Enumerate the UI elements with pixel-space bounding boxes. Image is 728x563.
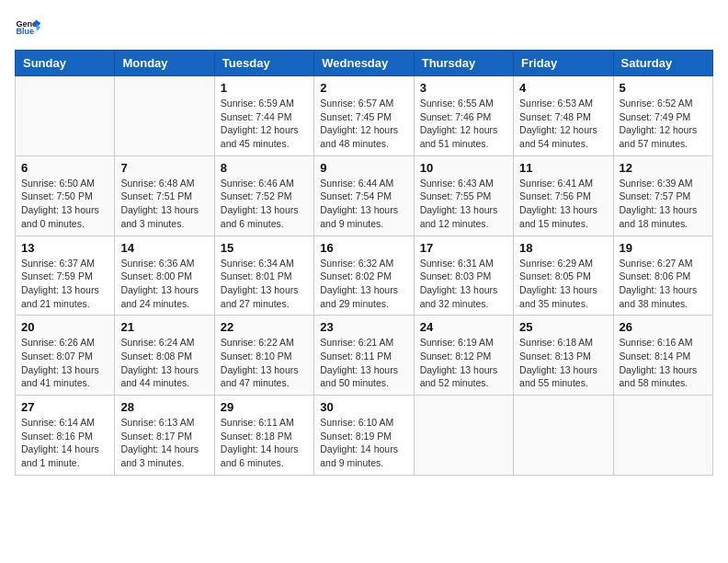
calendar-cell: 29Sunrise: 6:11 AMSunset: 8:18 PMDayligh… [214, 396, 313, 476]
day-info: Sunrise: 6:22 AMSunset: 8:10 PMDaylight:… [221, 336, 308, 390]
day-number: 18 [519, 241, 607, 255]
day-info: Sunrise: 6:10 AMSunset: 8:19 PMDaylight:… [320, 416, 407, 470]
calendar-cell: 18Sunrise: 6:29 AMSunset: 8:05 PMDayligh… [514, 236, 613, 316]
day-number: 27 [21, 400, 108, 414]
calendar-cell: 1Sunrise: 6:59 AMSunset: 7:44 PMDaylight… [214, 76, 313, 156]
calendar-cell: 17Sunrise: 6:31 AMSunset: 8:03 PMDayligh… [414, 236, 513, 316]
calendar-cell: 11Sunrise: 6:41 AMSunset: 7:56 PMDayligh… [514, 155, 613, 236]
day-info: Sunrise: 6:26 AMSunset: 8:07 PMDaylight:… [21, 336, 108, 390]
day-number: 19 [620, 241, 707, 255]
day-info: Sunrise: 6:16 AMSunset: 8:14 PMDaylight:… [620, 336, 707, 390]
calendar-cell: 19Sunrise: 6:27 AMSunset: 8:06 PMDayligh… [613, 236, 712, 316]
calendar-cell: 10Sunrise: 6:43 AMSunset: 7:55 PMDayligh… [414, 155, 513, 236]
day-number: 21 [120, 320, 208, 334]
calendar-cell: 7Sunrise: 6:48 AMSunset: 7:51 PMDaylight… [115, 155, 214, 236]
day-number: 14 [120, 241, 208, 255]
day-info: Sunrise: 6:32 AMSunset: 8:02 PMDaylight:… [320, 257, 407, 311]
calendar-week-1: 1Sunrise: 6:59 AMSunset: 7:44 PMDaylight… [16, 76, 713, 156]
day-number: 9 [320, 161, 407, 175]
day-info: Sunrise: 6:46 AMSunset: 7:52 PMDaylight:… [221, 177, 308, 231]
calendar-cell: 15Sunrise: 6:34 AMSunset: 8:01 PMDayligh… [214, 236, 313, 316]
calendar-cell: 2Sunrise: 6:57 AMSunset: 7:45 PMDaylight… [314, 76, 414, 156]
day-info: Sunrise: 6:52 AMSunset: 7:49 PMDaylight:… [620, 97, 707, 151]
calendar-cell: 27Sunrise: 6:14 AMSunset: 8:16 PMDayligh… [16, 396, 115, 476]
calendar-cell: 25Sunrise: 6:18 AMSunset: 8:13 PMDayligh… [514, 316, 613, 396]
day-info: Sunrise: 6:27 AMSunset: 8:06 PMDaylight:… [620, 257, 707, 311]
calendar-body: 1Sunrise: 6:59 AMSunset: 7:44 PMDaylight… [16, 76, 713, 476]
day-number: 28 [120, 400, 208, 414]
day-info: Sunrise: 6:19 AMSunset: 8:12 PMDaylight:… [420, 336, 507, 390]
calendar-cell: 12Sunrise: 6:39 AMSunset: 7:57 PMDayligh… [613, 155, 712, 236]
calendar-header: SundayMondayTuesdayWednesdayThursdayFrid… [16, 51, 713, 76]
svg-text:Blue: Blue [16, 27, 34, 36]
calendar-cell: 30Sunrise: 6:10 AMSunset: 8:19 PMDayligh… [314, 396, 414, 476]
calendar-cell: 21Sunrise: 6:24 AMSunset: 8:08 PMDayligh… [115, 316, 214, 396]
calendar-cell: 4Sunrise: 6:53 AMSunset: 7:48 PMDaylight… [514, 76, 613, 156]
calendar-cell [414, 396, 513, 476]
day-number: 5 [620, 81, 707, 95]
day-info: Sunrise: 6:31 AMSunset: 8:03 PMDaylight:… [420, 257, 507, 311]
day-number: 26 [620, 320, 707, 334]
day-number: 6 [21, 161, 108, 175]
weekday-header-friday: Friday [514, 51, 613, 76]
day-info: Sunrise: 6:53 AMSunset: 7:48 PMDaylight:… [519, 97, 607, 151]
day-number: 8 [221, 161, 308, 175]
day-info: Sunrise: 6:43 AMSunset: 7:55 PMDaylight:… [420, 177, 507, 231]
calendar-cell: 26Sunrise: 6:16 AMSunset: 8:14 PMDayligh… [613, 316, 712, 396]
calendar-table: SundayMondayTuesdayWednesdayThursdayFrid… [15, 50, 713, 476]
day-number: 1 [221, 81, 308, 95]
calendar-cell: 14Sunrise: 6:36 AMSunset: 8:00 PMDayligh… [115, 236, 214, 316]
day-info: Sunrise: 6:13 AMSunset: 8:17 PMDaylight:… [120, 416, 208, 470]
calendar-week-3: 13Sunrise: 6:37 AMSunset: 7:59 PMDayligh… [16, 236, 713, 316]
day-info: Sunrise: 6:48 AMSunset: 7:51 PMDaylight:… [120, 177, 208, 231]
weekday-header-saturday: Saturday [613, 51, 712, 76]
weekday-header-tuesday: Tuesday [214, 51, 313, 76]
calendar-cell: 22Sunrise: 6:22 AMSunset: 8:10 PMDayligh… [214, 316, 313, 396]
calendar-cell [115, 76, 214, 156]
day-info: Sunrise: 6:36 AMSunset: 8:00 PMDaylight:… [120, 257, 208, 311]
day-info: Sunrise: 6:44 AMSunset: 7:54 PMDaylight:… [320, 177, 407, 231]
calendar-week-2: 6Sunrise: 6:50 AMSunset: 7:50 PMDaylight… [16, 155, 713, 236]
logo: General Blue [15, 15, 44, 40]
day-number: 25 [519, 320, 607, 334]
day-number: 24 [420, 320, 507, 334]
calendar-cell: 24Sunrise: 6:19 AMSunset: 8:12 PMDayligh… [414, 316, 513, 396]
weekday-header-thursday: Thursday [414, 51, 513, 76]
day-info: Sunrise: 6:29 AMSunset: 8:05 PMDaylight:… [519, 257, 607, 311]
weekday-header-wednesday: Wednesday [314, 51, 414, 76]
day-info: Sunrise: 6:14 AMSunset: 8:16 PMDaylight:… [21, 416, 108, 470]
day-number: 30 [320, 400, 407, 414]
logo-icon: General Blue [15, 15, 40, 40]
day-number: 2 [320, 81, 407, 95]
weekday-header-monday: Monday [115, 51, 214, 76]
page-header: General Blue [15, 15, 713, 40]
weekday-header-sunday: Sunday [16, 51, 115, 76]
day-number: 20 [21, 320, 108, 334]
day-info: Sunrise: 6:55 AMSunset: 7:46 PMDaylight:… [420, 97, 507, 151]
day-number: 17 [420, 241, 507, 255]
day-info: Sunrise: 6:37 AMSunset: 7:59 PMDaylight:… [21, 257, 108, 311]
weekday-header-row: SundayMondayTuesdayWednesdayThursdayFrid… [16, 51, 713, 76]
day-number: 22 [221, 320, 308, 334]
day-info: Sunrise: 6:41 AMSunset: 7:56 PMDaylight:… [519, 177, 607, 231]
calendar-cell: 20Sunrise: 6:26 AMSunset: 8:07 PMDayligh… [16, 316, 115, 396]
calendar-cell: 13Sunrise: 6:37 AMSunset: 7:59 PMDayligh… [16, 236, 115, 316]
day-number: 10 [420, 161, 507, 175]
calendar-cell: 6Sunrise: 6:50 AMSunset: 7:50 PMDaylight… [16, 155, 115, 236]
day-info: Sunrise: 6:59 AMSunset: 7:44 PMDaylight:… [221, 97, 308, 151]
day-info: Sunrise: 6:57 AMSunset: 7:45 PMDaylight:… [320, 97, 407, 151]
calendar-cell: 5Sunrise: 6:52 AMSunset: 7:49 PMDaylight… [613, 76, 712, 156]
calendar-cell: 23Sunrise: 6:21 AMSunset: 8:11 PMDayligh… [314, 316, 414, 396]
day-number: 7 [120, 161, 208, 175]
day-number: 13 [21, 241, 108, 255]
calendar-cell: 16Sunrise: 6:32 AMSunset: 8:02 PMDayligh… [314, 236, 414, 316]
day-number: 3 [420, 81, 507, 95]
day-info: Sunrise: 6:34 AMSunset: 8:01 PMDaylight:… [221, 257, 308, 311]
day-number: 23 [320, 320, 407, 334]
day-info: Sunrise: 6:21 AMSunset: 8:11 PMDaylight:… [320, 336, 407, 390]
calendar-cell: 9Sunrise: 6:44 AMSunset: 7:54 PMDaylight… [314, 155, 414, 236]
day-number: 16 [320, 241, 407, 255]
day-number: 11 [519, 161, 607, 175]
calendar-cell: 8Sunrise: 6:46 AMSunset: 7:52 PMDaylight… [214, 155, 313, 236]
calendar-cell: 28Sunrise: 6:13 AMSunset: 8:17 PMDayligh… [115, 396, 214, 476]
